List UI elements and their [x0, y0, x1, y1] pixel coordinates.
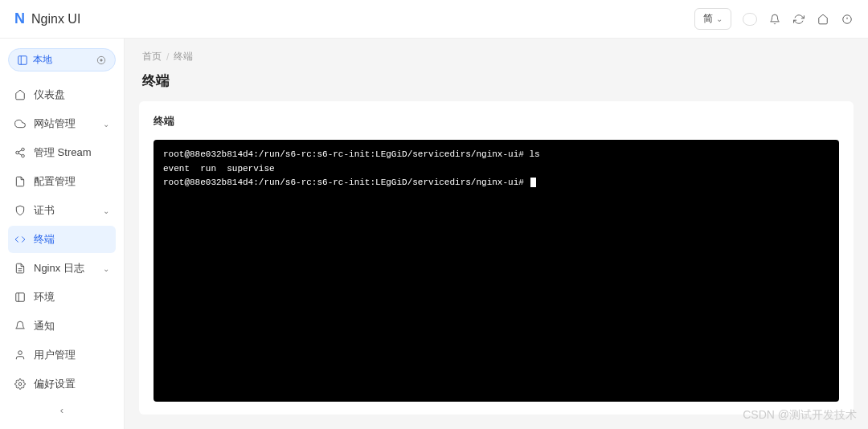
svg-rect-13 — [16, 293, 25, 302]
sidebar-item-sites[interactable]: 网站管理 ⌄ — [8, 110, 116, 137]
app-header: N Nginx UI 简 ⌄ — [0, 0, 868, 39]
language-label: 简 — [703, 12, 713, 26]
chevron-down-icon: ⌄ — [103, 206, 109, 215]
sidebar-item-preferences[interactable]: 偏好设置 — [8, 370, 116, 398]
environment-selector[interactable]: 本地 — [8, 48, 116, 72]
settings-icon — [14, 378, 26, 390]
card-title: 终端 — [154, 114, 839, 129]
svg-point-7 — [16, 151, 19, 154]
sidebar: 本地 仪表盘 网站管理 ⌄ 管理 Stream 配置管理 — [0, 39, 125, 429]
bell-icon — [14, 321, 26, 332]
sidebar-item-cert[interactable]: 证书 ⌄ — [8, 197, 116, 224]
header-actions: 简 ⌄ — [694, 8, 854, 30]
chevron-down-icon: ⌄ — [716, 14, 723, 23]
sidebar-item-label: 用户管理 — [34, 348, 76, 362]
sidebar-item-dashboard[interactable]: 仪表盘 — [8, 81, 116, 108]
sidebar-item-label: 网站管理 — [34, 116, 76, 131]
theme-toggle-button[interactable] — [743, 13, 757, 26]
cloud-icon — [14, 118, 26, 129]
sidebar-item-label: 配置管理 — [34, 174, 76, 189]
svg-point-5 — [100, 59, 102, 60]
svg-point-16 — [18, 382, 22, 386]
logo-mark: N — [14, 10, 25, 27]
sidebar-item-label: 环境 — [34, 290, 55, 304]
sidebar-nav: 仪表盘 网站管理 ⌄ 管理 Stream 配置管理 证书 ⌄ 终端 — [8, 81, 116, 398]
logout-button[interactable] — [841, 13, 854, 26]
breadcrumb-home[interactable]: 首页 — [142, 50, 162, 63]
file-text-icon — [14, 263, 26, 274]
svg-point-15 — [18, 351, 23, 355]
sidebar-item-label: 偏好设置 — [34, 377, 76, 391]
columns-icon — [17, 55, 28, 66]
sidebar-item-logs[interactable]: Nginx 日志 ⌄ — [8, 255, 116, 282]
terminal-card: 终端 root@88e032b814d4:/run/s6-rc:s6-rc-in… — [139, 101, 854, 415]
sidebar-item-environment[interactable]: 环境 — [8, 284, 116, 311]
notifications-button[interactable] — [768, 13, 781, 26]
bell-icon — [769, 14, 780, 25]
sidebar-item-label: 仪表盘 — [34, 88, 65, 102]
logout-icon — [841, 14, 853, 25]
home-button[interactable] — [817, 13, 829, 26]
breadcrumb-current: 终端 — [174, 50, 193, 63]
sidebar-item-stream[interactable]: 管理 Stream — [8, 139, 116, 166]
sidebar-collapse-button[interactable]: ‹ — [8, 398, 116, 423]
refresh-button[interactable] — [792, 13, 805, 26]
page-title: 终端 — [125, 68, 868, 101]
svg-rect-2 — [18, 55, 27, 64]
share-icon — [14, 147, 26, 158]
env-label: 本地 — [33, 53, 52, 67]
chevron-down-icon: ⌄ — [103, 264, 109, 273]
sidebar-item-label: 终端 — [34, 232, 55, 247]
refresh-icon — [793, 14, 805, 25]
svg-line-10 — [18, 150, 22, 152]
shield-icon — [14, 205, 26, 216]
sidebar-item-label: 管理 Stream — [34, 145, 92, 160]
svg-point-6 — [22, 148, 25, 151]
sidebar-item-label: Nginx 日志 — [34, 261, 84, 276]
user-icon — [14, 349, 26, 361]
breadcrumb-separator: / — [166, 51, 169, 63]
chevron-left-icon: ‹ — [60, 404, 63, 416]
sidebar-item-label: 通知 — [34, 319, 55, 333]
terminal-output[interactable]: root@88e032b814d4:/run/s6-rc:s6-rc-init:… — [154, 140, 839, 402]
main-content: 首页 / 终端 终端 终端 root@88e032b814d4:/run/s6-… — [125, 39, 868, 429]
sidebar-item-config[interactable]: 配置管理 — [8, 168, 116, 195]
app-name: Nginx UI — [31, 12, 80, 27]
aim-icon — [96, 55, 107, 66]
svg-point-8 — [22, 154, 25, 157]
app-logo: N Nginx UI — [14, 10, 80, 27]
chevron-down-icon: ⌄ — [103, 120, 109, 129]
home-icon — [14, 89, 26, 100]
home-icon — [817, 14, 829, 25]
code-icon — [14, 234, 26, 245]
svg-line-9 — [18, 153, 22, 155]
breadcrumb: 首页 / 终端 — [125, 39, 868, 68]
sidebar-item-notifications[interactable]: 通知 — [8, 313, 116, 340]
language-selector[interactable]: 简 ⌄ — [694, 8, 731, 30]
file-icon — [14, 176, 26, 187]
sidebar-item-label: 证书 — [34, 203, 55, 218]
columns-icon — [14, 292, 26, 303]
sidebar-item-terminal[interactable]: 终端 — [8, 226, 116, 253]
sidebar-item-users[interactable]: 用户管理 — [8, 341, 116, 369]
